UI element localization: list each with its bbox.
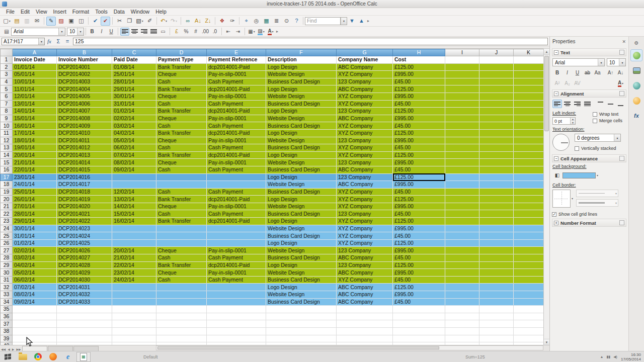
cell-B11[interactable]: DCP2014010 [57, 129, 112, 137]
column-header-F[interactable]: F [266, 49, 337, 56]
horizontal-scrollbar[interactable] [156, 345, 543, 350]
add-decimal-button[interactable]: .00 [201, 28, 210, 36]
cell-I38[interactable] [445, 327, 479, 335]
find-next-button[interactable]: ▼ [347, 17, 357, 26]
cell-G15[interactable]: 123 Company [337, 159, 393, 166]
cell-B37[interactable] [57, 320, 112, 328]
email-icon[interactable]: ✉ [32, 17, 42, 26]
row-header-17[interactable]: 17 [1, 173, 13, 181]
cell-E34[interactable] [207, 298, 266, 306]
cell-H39[interactable] [393, 335, 445, 342]
row-header-9[interactable]: 9 [1, 115, 13, 122]
cell-B8[interactable]: DCP2014007 [57, 108, 112, 115]
menu-format[interactable]: Format [69, 9, 92, 15]
cell-B31[interactable]: DCP2014030 [57, 276, 112, 284]
cell-D30[interactable]: Cheque [156, 269, 207, 277]
cell-C15[interactable]: 08/02/14 [112, 159, 156, 166]
orientation-dial[interactable] [552, 134, 570, 151]
row-header-30[interactable]: 30 [1, 269, 13, 277]
cell-H25[interactable]: £45.00 [393, 232, 445, 240]
cell-I35[interactable] [445, 306, 479, 313]
alignment-section-header[interactable]: − Alignment [552, 89, 626, 98]
cell-D13[interactable]: Cash [156, 144, 207, 152]
start-button[interactable] [0, 351, 15, 362]
find-input[interactable] [305, 17, 340, 25]
cell-A29[interactable]: 04/02/14 [13, 261, 57, 269]
line-color-combo[interactable]: ▾ [576, 199, 618, 207]
cell-K23[interactable] [514, 218, 544, 225]
taskbar-clock[interactable]: 16:30 17/05/2014 [621, 352, 641, 361]
cell-G26[interactable]: XYZ Company [337, 239, 393, 247]
menu-help[interactable]: Help [152, 9, 170, 15]
cell-E33[interactable] [207, 291, 266, 299]
menu-tools[interactable]: Tools [92, 9, 111, 15]
align-justify-button[interactable] [149, 28, 158, 36]
cell-K26[interactable] [514, 239, 544, 247]
font-name-combo[interactable]: Arial ▾ [11, 28, 65, 36]
cell-J39[interactable] [479, 335, 514, 342]
collapse-icon[interactable]: − [554, 92, 558, 96]
cell-H12[interactable]: £995.00 [393, 137, 445, 144]
cell-C7[interactable]: 31/01/14 [112, 100, 156, 108]
copy-icon[interactable]: ❐ [125, 17, 134, 26]
cell-D4[interactable]: Cash [156, 78, 207, 85]
cell-A7[interactable]: 13/01/14 [13, 100, 57, 108]
cell-A14[interactable]: 20/01/14 [13, 151, 57, 159]
toolbar-overflow-icon[interactable]: ▸ [367, 19, 369, 23]
sidebar-shadow-button[interactable]: Aa [593, 68, 602, 77]
cell-J4[interactable] [479, 78, 514, 85]
redo-icon[interactable]: ↷▾ [169, 17, 179, 26]
cell-J14[interactable] [479, 151, 514, 159]
cell-K24[interactable] [514, 225, 544, 232]
cell-H15[interactable]: £995.00 [393, 159, 445, 166]
column-header-B[interactable]: B [57, 49, 112, 56]
cell-F5[interactable]: Logo Design [266, 85, 337, 93]
select-all-corner[interactable] [1, 49, 13, 56]
menu-window[interactable]: Window [128, 9, 152, 15]
sidebar-align-center-button[interactable] [562, 100, 572, 108]
more-options-button[interactable] [619, 220, 624, 225]
first-sheet-icon[interactable]: ◀◀ [0, 347, 7, 351]
cell-E3[interactable]: Pay-in-slip-0001 [207, 71, 266, 78]
cell-C33[interactable] [112, 291, 156, 299]
cell-I20[interactable] [445, 196, 479, 203]
cell-D18[interactable] [156, 181, 207, 189]
cell-H2[interactable]: £125.00 [393, 63, 445, 71]
cell-A26[interactable]: 01/02/14 [13, 239, 57, 247]
cell-J37[interactable] [479, 320, 514, 328]
cell-K27[interactable] [514, 247, 544, 254]
cell-K16[interactable] [514, 166, 544, 173]
cell-B36[interactable] [57, 313, 112, 320]
firefox-icon[interactable] [45, 351, 60, 362]
align-right-button[interactable] [139, 28, 148, 36]
cell-I23[interactable] [445, 218, 479, 225]
cell-G31[interactable]: XYZ Company [337, 276, 393, 284]
cell-C20[interactable]: 13/02/14 [112, 196, 156, 203]
tray-network-icon[interactable]: ▮▮ [607, 355, 611, 359]
cell-F13[interactable]: Business Card Design [266, 144, 337, 152]
cell-A30[interactable]: 05/02/14 [13, 269, 57, 277]
cell-F4[interactable]: Business Card Design [266, 78, 337, 85]
find-replace-icon[interactable]: ⌖ [242, 17, 251, 26]
cell-G20[interactable]: XYZ Company [337, 196, 393, 203]
cell-B6[interactable]: DCP2014005 [57, 93, 112, 100]
cell-C39[interactable] [112, 335, 156, 342]
cell-A32[interactable]: 07/02/14 [13, 284, 57, 291]
cell-F34[interactable]: Business Card Design [266, 298, 337, 306]
open-icon[interactable]: ▤ [12, 17, 22, 26]
cell-A21[interactable]: 27/01/14 [13, 203, 57, 210]
new-document-icon[interactable]: ▢▾ [2, 17, 12, 26]
cell-E22[interactable]: Cash Payment [207, 210, 266, 218]
sidebar-align-left-button[interactable] [552, 100, 562, 108]
cell-E15[interactable]: Pay-in-slip-0001 [207, 159, 266, 166]
cell-D10[interactable]: Cash [156, 122, 207, 130]
cell-B4[interactable]: DCP2014003 [57, 78, 112, 85]
cell-G25[interactable]: XYZ Company [337, 232, 393, 240]
toolbar-overflow-icon[interactable]: ▸ [276, 29, 278, 34]
cell-I5[interactable] [445, 85, 479, 93]
last-sheet-icon[interactable]: ▶▶ [15, 347, 22, 351]
cell-D21[interactable]: Cheque [156, 203, 207, 210]
vertical-scrollbar[interactable]: ▲ ▼ [543, 49, 549, 345]
cell-J29[interactable] [479, 261, 514, 269]
cell-D35[interactable] [156, 306, 207, 313]
